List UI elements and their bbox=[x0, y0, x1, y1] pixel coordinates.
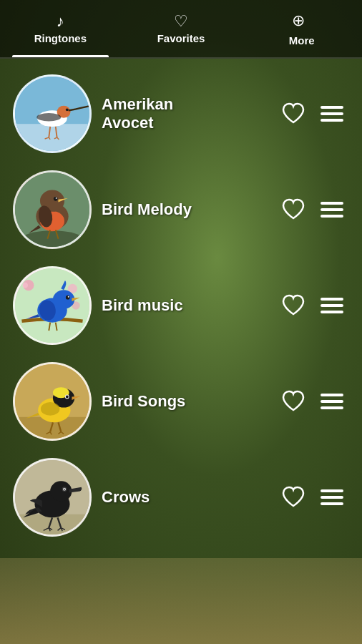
more-icon-container: ⊕ bbox=[292, 11, 312, 31]
menu-line bbox=[321, 106, 343, 109]
tab-ringtones-label: Ringtones bbox=[34, 32, 87, 44]
menu-line bbox=[321, 304, 343, 307]
heart-icon: ♡ bbox=[174, 14, 188, 29]
favorite-btn-robin[interactable] bbox=[278, 194, 309, 225]
favorite-btn-crow[interactable] bbox=[278, 482, 309, 513]
svg-point-28 bbox=[68, 296, 69, 298]
svg-point-38 bbox=[41, 402, 59, 416]
svg-point-20 bbox=[22, 283, 28, 288]
menu-line bbox=[321, 298, 343, 301]
song-item-crow[interactable]: Crows bbox=[6, 451, 356, 544]
song-name-bluebird: Bird music bbox=[102, 296, 268, 315]
svg-point-5 bbox=[36, 113, 61, 121]
svg-point-9 bbox=[21, 230, 82, 247]
song-list: AmerikanAvocet bbox=[0, 59, 362, 644]
song-name-yellowbird: Bird Songs bbox=[102, 392, 268, 411]
svg-rect-1 bbox=[15, 124, 89, 151]
menu-line bbox=[321, 400, 343, 403]
svg-point-4 bbox=[66, 108, 69, 111]
svg-point-27 bbox=[66, 296, 70, 300]
app-container: ♪ Ringtones ♡ Favorites ⊕ More bbox=[0, 0, 362, 644]
song-item-yellowbird[interactable]: Bird Songs bbox=[6, 355, 356, 448]
bird-thumbnail-yellowbird bbox=[13, 362, 92, 441]
favorite-btn-avocet[interactable] bbox=[278, 98, 309, 130]
svg-point-26 bbox=[53, 290, 74, 308]
menu-btn-robin[interactable] bbox=[319, 194, 345, 225]
bird-thumbnail-bluebird bbox=[13, 266, 92, 345]
menu-btn-yellowbird[interactable] bbox=[319, 386, 345, 417]
menu-line bbox=[321, 112, 343, 115]
favorite-btn-yellowbird[interactable] bbox=[278, 386, 309, 417]
svg-point-37 bbox=[66, 395, 69, 398]
menu-btn-avocet[interactable] bbox=[319, 98, 345, 130]
menu-line bbox=[321, 208, 343, 211]
song-item-bluebird[interactable]: Bird music bbox=[6, 259, 356, 352]
tab-favorites[interactable]: ♡ Favorites bbox=[121, 0, 242, 57]
bird-thumbnail-crow bbox=[13, 458, 92, 537]
bird-thumbnail-robin bbox=[13, 170, 92, 249]
song-name-avocet: AmerikanAvocet bbox=[102, 95, 268, 132]
song-item-avocet[interactable]: AmerikanAvocet bbox=[6, 67, 356, 160]
music-icon: ♪ bbox=[57, 14, 64, 29]
menu-line bbox=[321, 496, 343, 499]
tab-ringtones[interactable]: ♪ Ringtones bbox=[0, 0, 121, 57]
menu-line bbox=[321, 119, 343, 122]
tab-more[interactable]: ⊕ More bbox=[241, 0, 362, 57]
menu-line bbox=[321, 215, 343, 218]
menu-line bbox=[321, 311, 343, 313]
svg-point-13 bbox=[54, 197, 58, 201]
menu-btn-crow[interactable] bbox=[319, 482, 345, 513]
svg-point-47 bbox=[64, 489, 65, 490]
favorite-btn-bluebird[interactable] bbox=[278, 290, 309, 321]
menu-line bbox=[321, 502, 343, 505]
menu-line bbox=[321, 394, 343, 396]
bird-thumbnail-avocet bbox=[13, 74, 92, 153]
song-item-robin[interactable]: Bird Melody bbox=[6, 163, 356, 256]
circle-icon: ⊕ bbox=[292, 11, 305, 29]
svg-point-44 bbox=[50, 481, 72, 501]
song-name-crow: Crows bbox=[102, 488, 268, 507]
svg-point-14 bbox=[56, 197, 57, 199]
tab-favorites-label: Favorites bbox=[157, 32, 205, 44]
tab-more-label: More bbox=[289, 34, 315, 47]
menu-line bbox=[321, 489, 343, 492]
song-name-robin: Bird Melody bbox=[102, 200, 268, 219]
menu-line bbox=[321, 406, 343, 409]
tab-bar: ♪ Ringtones ♡ Favorites ⊕ More bbox=[0, 0, 362, 59]
menu-line bbox=[321, 202, 343, 205]
menu-btn-bluebird[interactable] bbox=[319, 290, 345, 321]
